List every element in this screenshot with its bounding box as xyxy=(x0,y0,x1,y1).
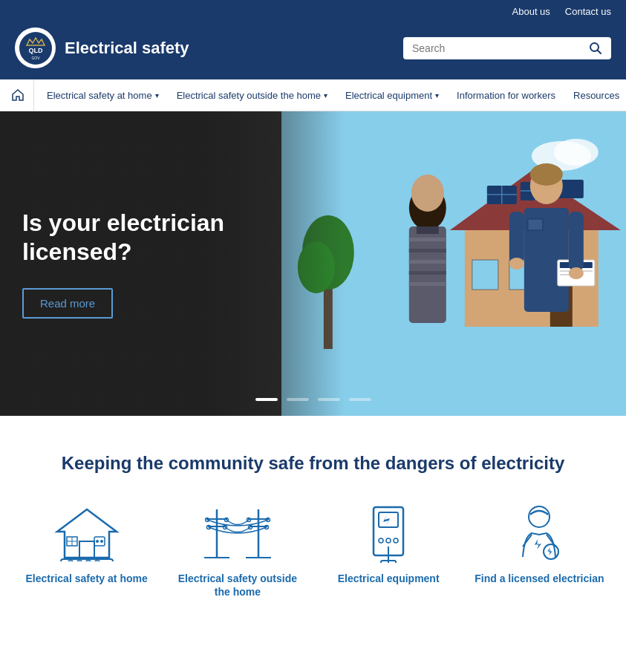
svg-point-32 xyxy=(411,174,444,212)
nav-item-outside-safety[interactable]: Electrical safety outside the home ▾ xyxy=(168,81,336,110)
svg-point-79 xyxy=(379,538,383,543)
svg-rect-56 xyxy=(86,561,91,561)
powerlines-icon xyxy=(200,503,275,563)
main-nav: Electrical safety at home ▾ Electrical s… xyxy=(0,79,626,111)
carousel-dot-3[interactable] xyxy=(318,398,340,401)
electrician-icon xyxy=(502,503,576,563)
card-outside-safety[interactable]: Electrical safety outside the home xyxy=(171,503,304,598)
qld-logo: QLD GOV xyxy=(15,27,56,68)
cards-grid: Electrical safety at home xyxy=(15,503,611,598)
svg-rect-21 xyxy=(472,260,498,290)
svg-point-8 xyxy=(554,139,599,166)
svg-line-5 xyxy=(598,50,601,53)
svg-rect-54 xyxy=(68,561,73,561)
contact-us-link[interactable]: Contact us xyxy=(565,6,611,17)
svg-point-43 xyxy=(509,258,524,270)
svg-rect-30 xyxy=(409,271,446,275)
home-electrical-icon xyxy=(50,503,124,563)
community-title: Keeping the community safe from the dang… xyxy=(15,453,611,474)
carousel-dot-2[interactable] xyxy=(287,398,309,401)
chevron-down-icon: ▾ xyxy=(324,91,327,100)
equipment-icon xyxy=(351,503,426,563)
svg-rect-31 xyxy=(409,282,446,286)
svg-rect-55 xyxy=(77,561,82,561)
card-home-safety[interactable]: Electrical safety at home xyxy=(20,503,154,598)
hero-title: Is your electrician licensed? xyxy=(22,209,334,266)
header-main: QLD GOV Electrical safety xyxy=(15,20,611,79)
svg-rect-42 xyxy=(569,212,584,271)
svg-text:QLD: QLD xyxy=(28,47,42,54)
site-header: About us Contact us QLD GOV Electrical s… xyxy=(0,0,626,79)
svg-text:GOV: GOV xyxy=(31,56,40,60)
svg-point-83 xyxy=(529,506,550,527)
svg-rect-26 xyxy=(417,226,439,234)
nav-item-home-safety[interactable]: Electrical safety at home ▾ xyxy=(38,81,168,110)
nav-home[interactable] xyxy=(11,79,34,111)
svg-point-52 xyxy=(100,540,103,543)
site-title: Electrical safety xyxy=(65,39,189,58)
svg-marker-76 xyxy=(383,515,390,526)
svg-point-81 xyxy=(394,538,398,543)
about-us-link[interactable]: About us xyxy=(512,6,550,17)
nav-item-equipment[interactable]: Electrical equipment ▾ xyxy=(336,81,448,110)
svg-rect-41 xyxy=(509,212,524,264)
qld-logo-svg: QLD GOV xyxy=(19,32,52,65)
svg-marker-45 xyxy=(57,509,117,558)
svg-rect-57 xyxy=(95,561,100,561)
svg-rect-27 xyxy=(409,238,446,241)
hero-section: Is your electrician licensed? Read more xyxy=(0,111,626,416)
svg-marker-86 xyxy=(535,539,541,549)
svg-rect-28 xyxy=(409,249,446,252)
search-bar xyxy=(403,37,611,59)
carousel-dot-1[interactable] xyxy=(255,398,278,401)
search-button[interactable] xyxy=(589,42,602,55)
svg-point-80 xyxy=(386,538,391,543)
hero-read-more-button[interactable]: Read more xyxy=(22,288,113,319)
svg-marker-88 xyxy=(547,547,552,555)
header-top-bar: About us Contact us xyxy=(15,0,611,20)
community-section: Keeping the community safe from the dang… xyxy=(0,416,626,628)
carousel-dot-4[interactable] xyxy=(349,398,371,401)
card-equipment[interactable]: Electrical equipment xyxy=(322,503,455,598)
svg-point-51 xyxy=(96,540,99,543)
nav-item-workers[interactable]: Information for workers xyxy=(448,81,564,110)
card-electrician[interactable]: Find a licensed electrician xyxy=(472,503,606,598)
chevron-down-icon: ▾ xyxy=(155,91,159,100)
search-icon xyxy=(589,42,602,55)
card-outside-safety-label: Electrical safety outside the home xyxy=(171,572,304,598)
card-equipment-label: Electrical equipment xyxy=(338,572,440,585)
svg-rect-46 xyxy=(79,541,94,558)
logo-area: QLD GOV Electrical safety xyxy=(15,27,189,68)
nav-item-resources[interactable]: Resources xyxy=(564,81,626,110)
card-home-safety-label: Electrical safety at home xyxy=(26,572,148,585)
home-icon xyxy=(11,88,25,102)
carousel-dots xyxy=(255,398,371,401)
card-electrician-label: Find a licensed electrician xyxy=(475,572,604,585)
hero-content: Is your electrician licensed? Read more xyxy=(0,111,356,416)
chevron-down-icon: ▾ xyxy=(435,91,439,100)
search-input[interactable] xyxy=(412,42,583,54)
svg-point-44 xyxy=(569,267,584,279)
svg-rect-36 xyxy=(528,219,543,230)
svg-point-34 xyxy=(530,163,563,186)
svg-rect-29 xyxy=(409,260,446,264)
